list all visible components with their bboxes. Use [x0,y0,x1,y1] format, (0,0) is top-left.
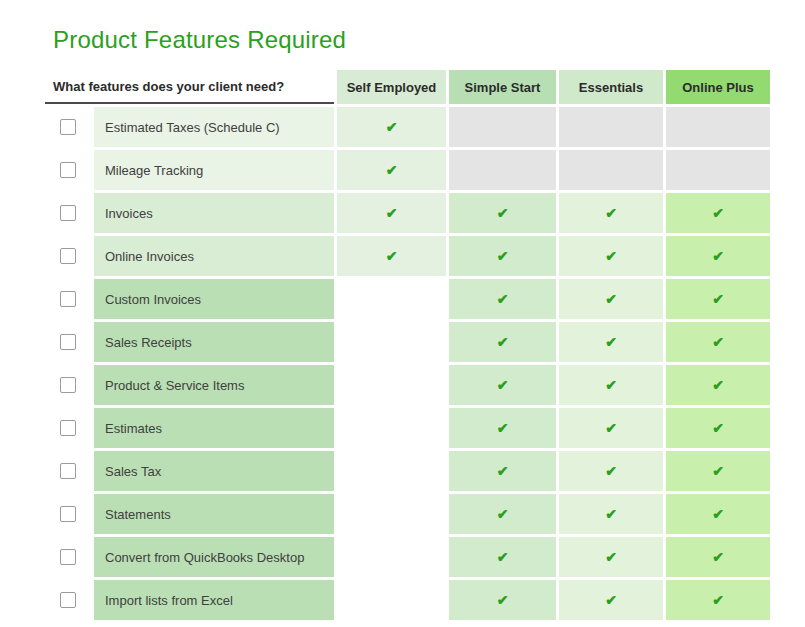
feature-included-cell: ✔ [666,580,770,620]
feature-included-cell: ✔ [559,279,663,319]
feature-blank-cell [337,365,446,405]
feature-included-cell: ✔ [559,193,663,233]
column-header-essentials: Essentials [559,70,663,104]
row-checkbox-cell [45,193,91,233]
feature-blank-cell [337,494,446,534]
feature-included-cell: ✔ [559,580,663,620]
feature-blank-cell [337,279,446,319]
feature-blank-cell [337,451,446,491]
feature-checkbox[interactable] [60,119,76,135]
feature-checkbox[interactable] [60,248,76,264]
check-icon: ✔ [497,507,509,521]
feature-included-cell: ✔ [666,365,770,405]
check-icon: ✔ [497,421,509,435]
feature-not-available-cell [449,107,556,147]
check-icon: ✔ [712,249,724,263]
feature-label: Sales Receipts [94,322,334,362]
feature-checkbox[interactable] [60,291,76,307]
feature-checkbox[interactable] [60,420,76,436]
feature-label: Statements [94,494,334,534]
row-checkbox-cell [45,408,91,448]
feature-label: Convert from QuickBooks Desktop [94,537,334,577]
check-icon: ✔ [386,249,398,263]
check-icon: ✔ [712,593,724,607]
feature-checkbox[interactable] [60,463,76,479]
feature-included-cell: ✔ [559,322,663,362]
page-title: Product Features Required [53,26,765,54]
feature-label: Estimated Taxes (Schedule C) [94,107,334,147]
feature-checkbox[interactable] [60,592,76,608]
column-header-self-employed: Self Employed [337,70,446,104]
row-checkbox-cell [45,150,91,190]
feature-label: Sales Tax [94,451,334,491]
feature-included-cell: ✔ [337,193,446,233]
feature-included-cell: ✔ [666,494,770,534]
feature-included-cell: ✔ [666,451,770,491]
feature-included-cell: ✔ [666,279,770,319]
feature-checkbox[interactable] [60,377,76,393]
check-icon: ✔ [497,593,509,607]
feature-included-cell: ✔ [559,236,663,276]
row-checkbox-cell [45,107,91,147]
feature-included-cell: ✔ [337,107,446,147]
feature-included-cell: ✔ [449,236,556,276]
check-icon: ✔ [386,206,398,220]
feature-checkbox[interactable] [60,549,76,565]
check-icon: ✔ [605,249,617,263]
feature-not-available-cell [666,150,770,190]
feature-included-cell: ✔ [666,236,770,276]
feature-included-cell: ✔ [559,365,663,405]
feature-label: Mileage Tracking [94,150,334,190]
check-icon: ✔ [712,292,724,306]
feature-label: Estimates [94,408,334,448]
check-icon: ✔ [497,335,509,349]
feature-included-cell: ✔ [559,537,663,577]
feature-blank-cell [337,322,446,362]
feature-checkbox[interactable] [60,506,76,522]
feature-blank-cell [337,408,446,448]
check-icon: ✔ [497,249,509,263]
check-icon: ✔ [497,292,509,306]
feature-not-available-cell [559,107,663,147]
check-icon: ✔ [605,421,617,435]
feature-label: Product & Service Items [94,365,334,405]
column-header-simple-start: Simple Start [449,70,556,104]
feature-included-cell: ✔ [449,580,556,620]
check-icon: ✔ [712,206,724,220]
feature-blank-cell [337,537,446,577]
feature-not-available-cell [559,150,663,190]
check-icon: ✔ [497,464,509,478]
feature-label: Online Invoices [94,236,334,276]
check-icon: ✔ [605,378,617,392]
check-icon: ✔ [605,507,617,521]
check-icon: ✔ [712,421,724,435]
check-icon: ✔ [605,292,617,306]
feature-included-cell: ✔ [449,279,556,319]
feature-included-cell: ✔ [449,322,556,362]
feature-not-available-cell [666,107,770,147]
column-header-online-plus: Online Plus [666,70,770,104]
feature-checkbox[interactable] [60,334,76,350]
feature-included-cell: ✔ [449,365,556,405]
feature-label: Import lists from Excel [94,580,334,620]
feature-included-cell: ✔ [449,193,556,233]
feature-included-cell: ✔ [666,193,770,233]
check-icon: ✔ [605,335,617,349]
feature-checkbox[interactable] [60,205,76,221]
check-icon: ✔ [497,550,509,564]
check-icon: ✔ [712,464,724,478]
row-checkbox-cell [45,451,91,491]
feature-included-cell: ✔ [337,236,446,276]
check-icon: ✔ [605,206,617,220]
feature-included-cell: ✔ [449,408,556,448]
question-header: What features does your client need? [45,70,334,104]
check-icon: ✔ [497,206,509,220]
check-icon: ✔ [605,593,617,607]
feature-checkbox[interactable] [60,162,76,178]
check-icon: ✔ [712,335,724,349]
feature-not-available-cell [449,150,556,190]
row-checkbox-cell [45,236,91,276]
row-checkbox-cell [45,365,91,405]
check-icon: ✔ [386,120,398,134]
check-icon: ✔ [497,378,509,392]
